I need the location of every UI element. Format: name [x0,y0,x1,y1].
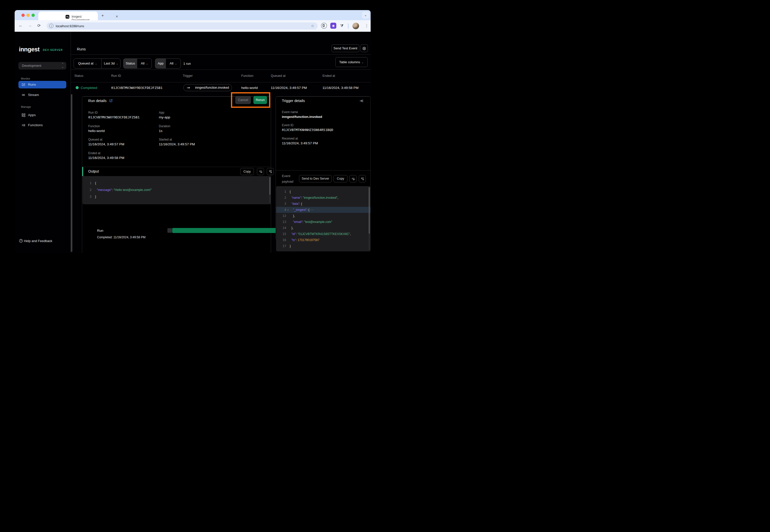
payload-scroll-bottom-button[interactable] [359,175,366,182]
column-header-ended-at[interactable]: Ended at [323,74,335,78]
browser-tab[interactable]: Inngest Development Server ✕ [38,12,98,20]
code-line: 16 "ts": 1731790197587 [276,237,371,243]
site-info-icon[interactable]: i [49,24,53,28]
purple-extension-icon[interactable]: ◉ [330,23,336,29]
sidebar-item-label: Stream [28,93,39,97]
word-wrap-icon [351,177,355,181]
fold-gutter [286,243,290,249]
run-details-panel: Run details Run ID 01JCVBTMV3WXY9D3CFDEJ… [82,96,271,253]
row-run-id[interactable]: 01JCVBTMV3WXY9D3CFDEJFZSB1 [111,86,162,90]
field-label: App [159,111,164,114]
reload-icon[interactable]: ⟳ [37,23,41,28]
new-tab-button[interactable]: + [101,13,104,18]
browser-toolbar: ← → ⟳ i localhost:8288/runs ☆ ◉ ⧩ ⋮ [15,20,371,32]
column-header-queued-at[interactable]: Queued at [271,74,285,78]
payload-code-block[interactable]: 1 {2 "name": "inngest/function.invoked",… [276,186,371,251]
payload-divider [276,170,370,171]
forward-icon[interactable]: → [28,23,32,28]
chevron-down-icon: ⌄ [175,62,177,65]
output-copy-button[interactable]: Copy [240,168,254,175]
close-window-button[interactable] [21,14,25,17]
field-value-function-link[interactable]: hello-world [88,129,105,133]
field-value-app-link[interactable]: my-app [159,115,170,119]
scrollbar-thumb[interactable] [369,187,370,234]
time-field-filter[interactable]: Queued at⌄ Last 3d⌄ [74,58,120,69]
collapse-panel-icon[interactable] [360,99,363,104]
sidebar-item-help[interactable]: Help and Feedback [19,239,52,243]
send-to-dev-server-button[interactable]: Send to Dev Server [299,175,332,182]
environment-select[interactable]: Development ⌃⌄ [18,62,66,70]
payload-copy-button[interactable]: Copy [334,175,347,182]
browser-menu-kebab-icon[interactable]: ⋮ [365,23,369,28]
status-filter-value[interactable]: All⌄ [137,59,152,68]
code-line: 2 "message": "Hello test@example.com!" [82,186,271,193]
output-code-block[interactable]: 1 {2 "message": "Hello test@example.com!… [82,176,271,204]
column-header-trigger[interactable]: Trigger [183,74,192,78]
tab-close-icon[interactable]: ✕ [115,15,118,18]
run-count: 1 run [183,62,191,65]
tab-search-chevron-icon[interactable]: ⌄ [362,12,369,19]
settings-gear-button[interactable] [361,44,368,52]
column-header-run-id[interactable]: Run ID [111,74,121,78]
fold-chevron-icon[interactable]: › [286,207,290,213]
column-header-function[interactable]: Function [241,74,254,78]
url-bar[interactable]: i localhost:8288/runs ☆ [47,22,318,29]
row-function: hello-world [241,86,258,90]
chevron-down-icon: ⌄ [116,62,118,65]
password-manager-extension-icon[interactable] [321,23,327,29]
profile-avatar[interactable] [353,23,359,29]
sidebar-section-manage: Manage [21,105,31,108]
sidebar-item-stream[interactable]: Stream [18,91,66,99]
sidebar-item-label: Functions [28,123,43,127]
chevron-down-icon: ⌄ [362,61,364,64]
sidebar-item-runs[interactable]: Runs [18,81,66,88]
scrollbar-thumb[interactable] [269,177,271,195]
minimize-window-button[interactable] [26,14,30,17]
field-label: Event name [282,110,298,114]
run-details-title: Run details [88,99,107,103]
fold-gutter [91,193,95,200]
dev-server-badge: DEV SERVER [43,49,63,51]
scrollbar-thumb[interactable] [71,94,72,252]
sidebar-item-apps[interactable]: Apps [18,111,66,119]
table-columns-button[interactable]: Table columns⌄ [335,57,368,67]
chevron-down-icon: ⌄ [95,62,97,65]
status-filter[interactable]: Status All⌄ [123,58,152,69]
extensions-puzzle-icon[interactable]: ⧩ [340,23,343,28]
app-filter-value[interactable]: All⌄ [166,59,181,68]
chevron-down-icon: ⌄ [146,62,148,65]
scroll-to-bottom-button[interactable] [267,168,274,175]
screenshot-stage: Inngest Development Server ✕ + ⌄ ← → ⟳ i… [0,0,385,266]
sidebar-section-monitor: Monitor [21,77,30,80]
output-status-accent [82,167,83,176]
row-trigger-name: inngest/function.invoked [195,86,229,89]
field-value-ended-at: 11/16/2024, 3:49:58 PM [88,156,124,160]
word-wrap-icon [259,170,262,173]
fold-gutter [286,231,290,237]
field-value-received-at: 11/16/2024, 3:49:57 PM [282,141,318,145]
app-filter[interactable]: App All⌄ [155,58,181,69]
field-label: Ended at [88,151,100,155]
row-queued-at: 11/16/2024, 3:49:57 PM [271,86,307,90]
time-range-select[interactable]: Last 3d⌄ [101,59,120,68]
row-trigger-pill[interactable]: «● inngest/function.invoked [183,84,232,91]
sidebar-item-functions[interactable]: Functions [18,121,66,129]
field-value-duration: 1s [159,129,162,133]
field-label: Started at [159,138,172,141]
timeline-run-bar[interactable] [172,228,278,233]
column-header-status[interactable]: Status [74,74,83,78]
bookmark-star-icon[interactable]: ☆ [311,24,314,28]
output-title: Output [88,169,99,173]
send-test-event-button[interactable]: Send Test Event [332,44,359,52]
maximize-window-button[interactable] [31,14,35,17]
external-link-icon[interactable] [109,99,113,104]
payload-label-line1: Event [282,174,290,178]
word-wrap-button[interactable] [257,168,264,175]
back-icon[interactable]: ← [19,23,23,28]
code-line: 13 "email": "test@example.com" [276,219,371,225]
fold-gutter [91,186,95,193]
payload-word-wrap-button[interactable] [349,175,357,182]
time-field-select[interactable]: Queued at⌄ [74,59,101,68]
fold-gutter [286,201,290,207]
field-value-run-id: 01JCVBTMV3WXY9D3CFDEJFZSB1 [88,115,140,119]
